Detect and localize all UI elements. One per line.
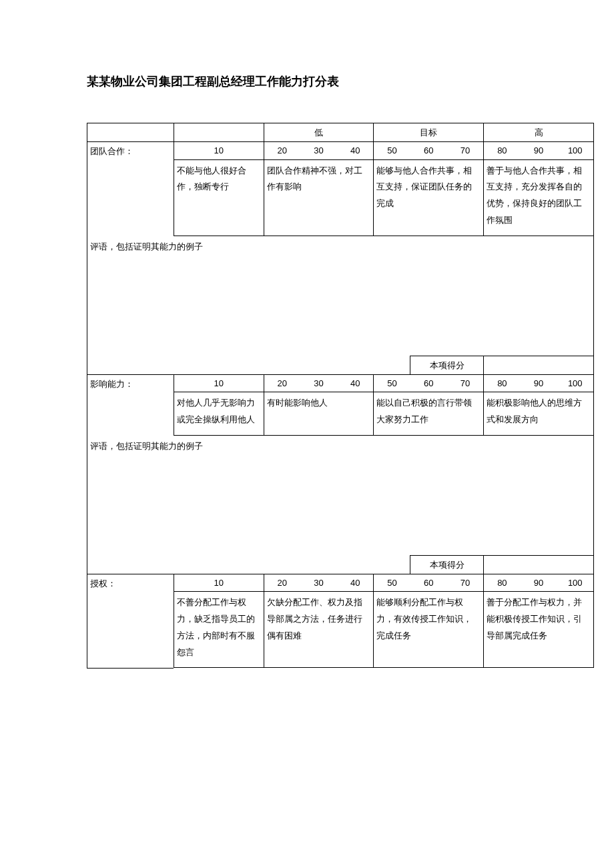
scale2-60: 60 — [410, 374, 447, 392]
scale2-40: 40 — [337, 374, 374, 392]
auth-bottom — [87, 668, 174, 669]
header-target: 目标 — [374, 123, 484, 142]
influence-score-value[interactable] — [484, 555, 594, 574]
header-empty-2 — [174, 123, 264, 142]
teamwork-desc3: 能够与他人合作共事，相互支持，保证团队任务的完成 — [374, 159, 484, 236]
auth-desc3: 能够顺利分配工作与权力，有效传授工作知识，完成任务 — [374, 592, 484, 668]
scale2-50: 50 — [374, 374, 410, 392]
scale3-40: 40 — [337, 574, 374, 592]
scale2-10: 10 — [174, 374, 264, 392]
page-title: 某某物业公司集团工程副总经理工作能力打分表 — [87, 73, 581, 89]
scale2-100: 100 — [557, 374, 594, 392]
auth-desc4: 善于分配工作与权力，并能积极传授工作知识，引导部属完成任务 — [484, 592, 594, 668]
scale2-20: 20 — [264, 374, 300, 392]
header-high: 高 — [484, 123, 594, 142]
scale-100: 100 — [557, 142, 594, 159]
scale3-30: 30 — [300, 574, 337, 592]
teamwork-comment[interactable]: 评语，包括证明其能力的例子 — [87, 236, 594, 356]
influence-desc3: 能以自己积极的言行带领大家努力工作 — [374, 392, 484, 435]
scale2-30: 30 — [300, 374, 337, 392]
scale-20: 20 — [264, 142, 300, 159]
influence-desc2: 有时能影响他人 — [264, 392, 374, 435]
scale3-20: 20 — [264, 574, 300, 592]
scale3-100: 100 — [557, 574, 594, 592]
scale-10: 10 — [174, 142, 264, 159]
teamwork-desc2: 团队合作精神不强，对工作有影响 — [264, 159, 374, 236]
scale3-60: 60 — [410, 574, 447, 592]
scale-60: 60 — [410, 142, 447, 159]
scale-90: 90 — [521, 142, 557, 159]
header-low: 低 — [264, 123, 374, 142]
influence-desc1: 对他人几乎无影响力或完全操纵利用他人 — [174, 392, 264, 435]
teamwork-score-spacer — [87, 356, 410, 374]
influence-desc4: 能积极影响他人的思维方式和发展方向 — [484, 392, 594, 435]
scale-80: 80 — [484, 142, 521, 159]
influence-score-spacer — [87, 555, 410, 574]
influence-score-label: 本项得分 — [410, 555, 484, 574]
scale3-50: 50 — [374, 574, 410, 592]
scale-40: 40 — [337, 142, 374, 159]
scale3-70: 70 — [447, 574, 484, 592]
scale3-10: 10 — [174, 574, 264, 592]
row-label-auth: 授权： — [87, 574, 174, 668]
scale2-70: 70 — [447, 374, 484, 392]
teamwork-score-value[interactable] — [484, 356, 594, 374]
auth-desc1: 不善分配工作与权力，缺乏指导员工的方法，内部时有不服怨言 — [174, 592, 264, 668]
scale3-80: 80 — [484, 574, 521, 592]
scale2-90: 90 — [521, 374, 557, 392]
scale3-90: 90 — [521, 574, 557, 592]
teamwork-desc4: 善于与他人合作共事，相互支持，充分发挥各自的优势，保持良好的团队工作氛围 — [484, 159, 594, 236]
teamwork-desc1: 不能与他人很好合作，独断专行 — [174, 159, 264, 236]
teamwork-score-label: 本项得分 — [410, 356, 484, 374]
scale-70: 70 — [447, 142, 484, 159]
scale2-80: 80 — [484, 374, 521, 392]
row-label-teamwork: 团队合作： — [87, 142, 174, 236]
row-label-influence: 影响能力： — [87, 374, 174, 435]
scale-50: 50 — [374, 142, 410, 159]
score-table: 低 目标 高 团队合作： 10 20 30 40 50 60 70 80 90 … — [87, 123, 594, 669]
header-empty-1 — [87, 123, 174, 142]
scale-30: 30 — [300, 142, 337, 159]
influence-comment[interactable]: 评语，包括证明其能力的例子 — [87, 435, 594, 555]
auth-desc2: 欠缺分配工作、权力及指导部属之方法，任务进行偶有困难 — [264, 592, 374, 668]
